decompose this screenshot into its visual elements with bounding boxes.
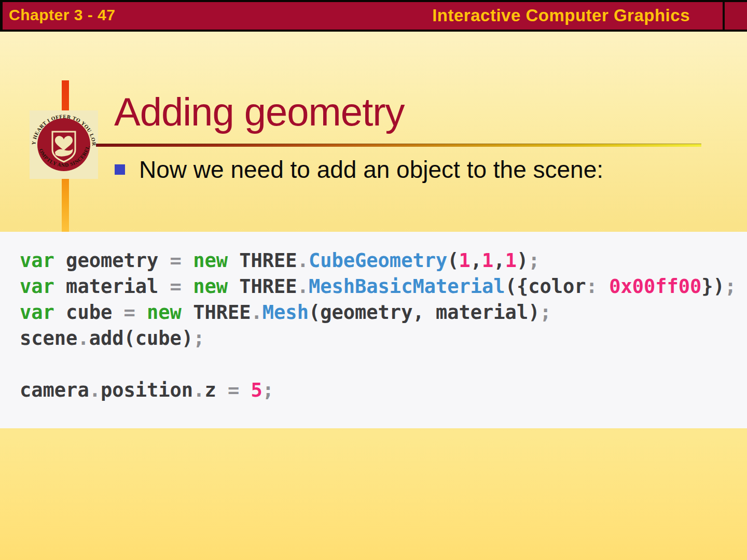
chapter-page-label: Chapter 3 - 47 <box>9 6 115 24</box>
header-bar: Chapter 3 - 47 Interactive Computer Grap… <box>0 0 747 32</box>
bullet-marker <box>115 164 125 175</box>
code-line: scene.add(cube); <box>20 326 747 352</box>
code-line: camera.position.z = 5; <box>20 377 747 403</box>
code-line: var cube = new THREE.Mesh(geometry, mate… <box>20 300 747 326</box>
code-line: var geometry = new THREE.CubeGeometry(1,… <box>20 248 747 274</box>
code-line: var material = new THREE.MeshBasicMateri… <box>20 274 747 300</box>
code-line <box>20 352 747 377</box>
presentation-slide: Chapter 3 - 47 Interactive Computer Grap… <box>0 0 747 560</box>
course-title-label: Interactive Computer Graphics <box>432 6 690 25</box>
title-underline <box>96 144 701 147</box>
bullet-text: Now we need to add an object to the scen… <box>139 156 603 184</box>
slide-title: Adding geometry <box>114 89 405 134</box>
code-block: var geometry = new THREE.CubeGeometry(1,… <box>0 232 747 428</box>
header-bar-right-segment <box>725 2 747 30</box>
school-seal-logo: · MY HEART I OFFER TO YOU LORD · PROMPTL… <box>30 110 98 179</box>
